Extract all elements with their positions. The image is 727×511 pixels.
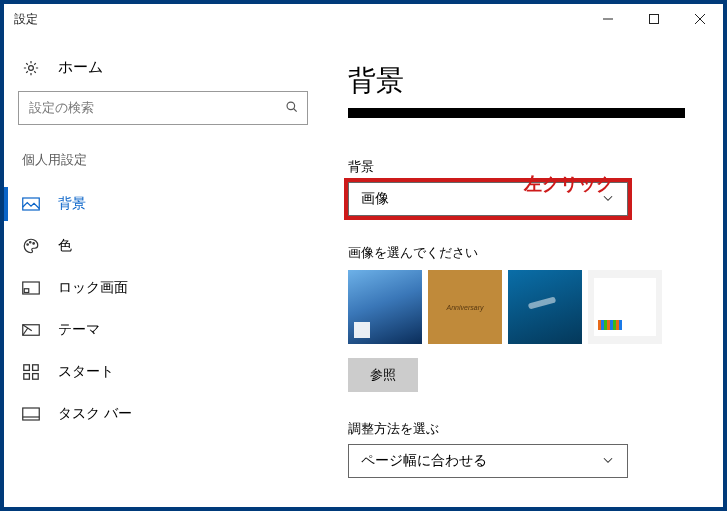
search-icon [285,100,299,117]
sidebar-item-label: テーマ [58,321,100,339]
svg-rect-14 [24,365,30,371]
sidebar: ホーム 設定の検索 個人用設定 [4,34,314,507]
svg-point-8 [27,244,29,246]
annotation-left-click: 左クリック [524,172,614,196]
sidebar-section-header: 個人用設定 [4,143,314,183]
lockscreen-icon [22,281,40,295]
svg-rect-18 [23,408,40,420]
sidebar-item-themes[interactable]: テーマ [4,309,314,351]
image-thumbnails: Anniversary [348,270,685,344]
sidebar-item-label: ロック画面 [58,279,128,297]
svg-rect-1 [650,15,659,24]
svg-rect-16 [24,374,30,380]
sidebar-item-label: 背景 [58,195,86,213]
home-label: ホーム [58,58,103,77]
thumbnail-1[interactable] [348,270,422,344]
chevron-down-icon [601,453,615,470]
sidebar-item-label: スタート [58,363,114,381]
themes-icon [22,322,40,338]
browse-button-label: 参照 [370,367,396,382]
svg-rect-12 [24,289,29,293]
sidebar-item-taskbar[interactable]: タスク バー [4,393,314,435]
svg-line-6 [294,108,297,111]
svg-point-4 [29,65,34,70]
background-label: 背景 [348,158,685,176]
svg-point-9 [30,242,32,244]
svg-rect-15 [33,365,39,371]
background-dropdown-value: 画像 [361,190,389,208]
minimize-button[interactable] [585,4,631,34]
titlebar: 設定 [4,4,723,34]
title-underline [348,108,685,118]
page-title: 背景 [348,62,685,100]
maximize-button[interactable] [631,4,677,34]
sidebar-item-lockscreen[interactable]: ロック画面 [4,267,314,309]
gear-icon [22,59,40,77]
window-title: 設定 [14,11,38,28]
sidebar-item-start[interactable]: スタート [4,351,314,393]
search-placeholder: 設定の検索 [29,99,94,117]
thumbnail-2[interactable]: Anniversary [428,270,502,344]
window-body: ホーム 設定の検索 個人用設定 [4,34,723,507]
sidebar-item-background[interactable]: 背景 [4,183,314,225]
window-controls [585,4,723,34]
svg-point-5 [287,102,295,110]
close-button[interactable] [677,4,723,34]
home-nav[interactable]: ホーム [4,44,314,91]
sidebar-item-colors[interactable]: 色 [4,225,314,267]
search-input[interactable]: 設定の検索 [18,91,308,125]
content-area: 背景 左クリック 背景 画像 画像を選んでください Anniversary 参照 [314,34,723,507]
settings-window: 設定 ホーム [0,0,727,511]
fit-label: 調整方法を選ぶ [348,420,685,438]
fit-dropdown-value: ページ幅に合わせる [361,452,487,470]
svg-rect-17 [33,374,39,380]
fit-dropdown[interactable]: ページ幅に合わせる [348,444,628,478]
svg-point-10 [33,243,35,245]
choose-image-label: 画像を選んでください [348,244,685,262]
search-wrap: 設定の検索 [4,91,314,143]
sidebar-item-label: タスク バー [58,405,132,423]
thumbnail-4[interactable] [588,270,662,344]
start-icon [22,364,40,380]
browse-button[interactable]: 参照 [348,358,418,392]
sidebar-item-label: 色 [58,237,72,255]
palette-icon [22,237,40,255]
picture-icon [22,197,40,211]
thumbnail-3[interactable] [508,270,582,344]
taskbar-icon [22,407,40,421]
